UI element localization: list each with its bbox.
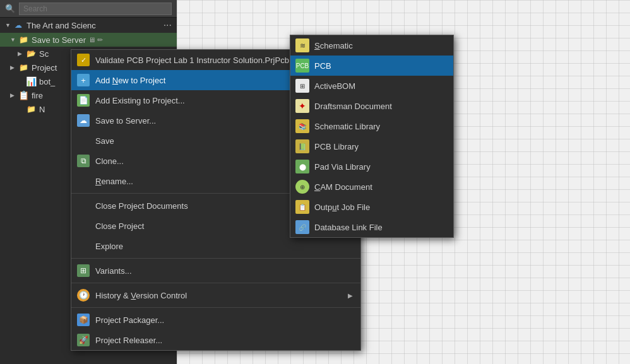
sidebar-item-cloud-root[interactable]: ▼ ☁ The Art and Scienc ···	[0, 18, 177, 33]
submenu-label-padvia: Pad Via Library	[314, 162, 446, 172]
separator-3	[71, 283, 360, 283]
sidebar-label-sc: Sc	[39, 49, 49, 59]
packager-icon: 📦	[76, 313, 90, 327]
menu-label-history: History & Version Control	[95, 291, 348, 300]
search-bar: 🔍	[0, 0, 177, 18]
submenu-label-schematic: Schematic	[314, 41, 446, 50]
close-project-icon	[76, 219, 90, 233]
add-new-icon: +	[76, 73, 90, 87]
submenu-item-schlib[interactable]: 📚 Schematic Library	[290, 116, 453, 136]
schematic-icon: ≋	[295, 38, 309, 52]
chevron-icon: ▼	[10, 37, 16, 43]
padvia-icon: ⬤	[295, 160, 309, 173]
rename-icon	[76, 174, 90, 188]
server-icons: 🖥 ✏	[88, 36, 103, 44]
submenu-label-activebom: ActiveBOM	[314, 81, 446, 91]
submenu-label-pcb: PCB	[314, 61, 446, 71]
cloud-icon: ☁	[13, 20, 23, 30]
submenu-label-schlib: Schematic Library	[314, 122, 446, 131]
menu-item-explore[interactable]: Explore	[71, 236, 360, 256]
excel-icon: 📊	[26, 76, 36, 86]
menu-item-history[interactable]: 🕐 History & Version Control ▶	[71, 285, 360, 305]
separator-4	[71, 307, 360, 308]
menu-item-packager[interactable]: 📦 Project Packager...	[71, 310, 360, 330]
submenu-item-output[interactable]: 📋 Output Job File	[290, 197, 453, 217]
folder-green2-icon: 📂	[26, 49, 36, 59]
draftsman-icon: ✦	[295, 99, 309, 113]
releaser-icon: 🚀	[76, 333, 90, 347]
pcb-icon: PCB	[295, 59, 309, 73]
sidebar-label-save-server: Save to Server	[32, 35, 86, 45]
sidebar-label-the-art: The Art and Scienc	[27, 21, 96, 30]
submenu-item-pcb[interactable]: PCB PCB	[290, 56, 453, 76]
submenu-item-pcblib[interactable]: 📗 PCB Library	[290, 136, 453, 156]
chevron-icon: ▶	[10, 64, 16, 71]
menu-item-releaser[interactable]: 🚀 Project Releaser...	[71, 330, 360, 350]
submenu: ≋ Schematic PCB PCB ⊞ ActiveBOM ✦ Drafts…	[290, 35, 454, 238]
menu-label-explore: Explore	[95, 242, 353, 251]
explore-icon	[76, 239, 90, 253]
history-icon: 🕐	[76, 288, 90, 302]
sidebar-label-project: Project	[32, 63, 57, 73]
output-icon: 📋	[295, 200, 309, 214]
submenu-label-output: Output Job File	[314, 203, 446, 212]
menu-label-packager: Project Packager...	[95, 315, 353, 325]
submenu-item-draftsman[interactable]: ✦ Draftsman Document	[290, 96, 453, 116]
validate-icon: ✓	[76, 53, 90, 67]
dots-menu[interactable]: ···	[163, 20, 172, 31]
activebom-icon: ⊞	[295, 79, 309, 93]
variants-icon: ⊞	[76, 264, 90, 278]
chevron-icon: ▶	[10, 92, 16, 98]
add-existing-icon: 📄	[76, 93, 90, 107]
submenu-item-cam[interactable]: ⊕ CAM Document	[290, 177, 453, 197]
submenu-item-dblink[interactable]: 🔗 Database Link File	[290, 217, 453, 237]
search-input[interactable]	[19, 3, 172, 15]
chevron-icon: ▶	[18, 50, 24, 57]
chevron-icon: ▼	[5, 22, 11, 28]
submenu-label-cam: CAM Document	[314, 182, 446, 192]
separator-2	[71, 258, 360, 259]
pcblib-icon: 📗	[295, 139, 309, 153]
submenu-label-pcblib: PCB Library	[314, 142, 446, 151]
sidebar-label-fire: fire	[32, 91, 43, 100]
folder-orange-icon: 📁	[26, 104, 36, 114]
schlib-icon: 📚	[295, 119, 309, 133]
submenu-item-activebom[interactable]: ⊞ ActiveBOM	[290, 76, 453, 96]
submenu-label-dblink: Database Link File	[314, 223, 446, 232]
folder-blue-icon: 📁	[18, 62, 28, 73]
excel-icon2: 📋	[18, 90, 28, 100]
sidebar-label-bot: bot_	[39, 77, 55, 86]
folder-green-icon: 📁	[18, 35, 28, 45]
close-docs-icon	[76, 199, 90, 213]
save-server-icon: ☁	[76, 114, 90, 127]
submenu-label-draftsman: Draftsman Document	[314, 102, 446, 111]
clone-icon: ⧉	[76, 154, 90, 168]
menu-item-variants[interactable]: ⊞ Variants...	[71, 261, 360, 281]
cam-icon: ⊕	[295, 180, 309, 194]
search-icon: 🔍	[5, 4, 15, 13]
menu-label-releaser: Project Releaser...	[95, 336, 353, 345]
submenu-item-padvia[interactable]: ⬤ Pad Via Library	[290, 156, 453, 177]
save-icon	[76, 134, 90, 148]
submenu-item-schematic[interactable]: ≋ Schematic	[290, 35, 453, 56]
history-arrow: ▶	[348, 292, 353, 299]
sidebar-label-n: N	[39, 105, 45, 114]
menu-label-variants: Variants...	[95, 266, 353, 276]
dblink-icon: 🔗	[295, 220, 309, 234]
sidebar-item-save-server[interactable]: ▼ 📁 Save to Server 🖥 ✏	[0, 33, 177, 47]
